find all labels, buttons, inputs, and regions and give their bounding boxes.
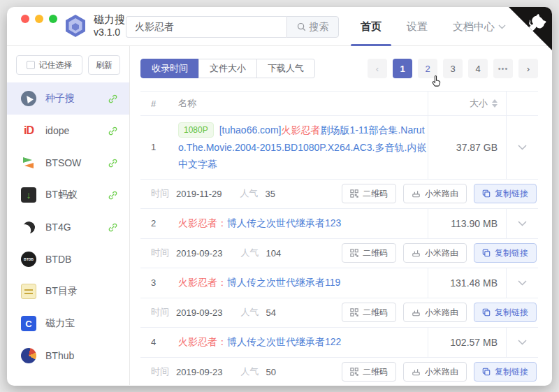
col-index-header: # [140, 92, 171, 115]
engine-name: 种子搜 [45, 92, 75, 105]
result-title-link[interactable]: 火影忍者：博人传之次世代继承者122 [171, 328, 428, 356]
expand-row-button[interactable] [506, 209, 538, 238]
remember-selection-button[interactable]: 记住选择 [16, 55, 82, 75]
quality-badge: 1080P [178, 122, 214, 138]
col-name-header: 名称 [171, 92, 428, 115]
result-meta-row: 时间 2019-11-29 人气 35 二维码 小米路由 复制链接 [140, 180, 538, 209]
sidebar-item-bt4g[interactable]: BT4G [7, 211, 129, 243]
sidebar-item-cilibao[interactable]: C 磁力宝 [7, 307, 129, 340]
title-segment-highlight[interactable]: 火影忍者 [281, 124, 320, 136]
qrcode-icon [350, 368, 358, 376]
result-title-row: 2 火影忍者：博人传之次世代继承者123 113.90 MB [140, 209, 538, 239]
app-logo-icon [63, 13, 88, 38]
engine-name: BTSOW [45, 157, 81, 168]
popularity-value: 104 [266, 248, 282, 259]
more-pages-button[interactable]: ••• [493, 59, 513, 78]
table-header: # 名称 大小 [140, 91, 538, 116]
qrcode-button[interactable]: 二维码 [342, 303, 396, 322]
page-label: 4 [475, 64, 480, 74]
router-button[interactable]: 小米路由 [403, 362, 467, 382]
close-window-button[interactable] [21, 15, 29, 23]
qrcode-button[interactable]: 二维码 [342, 362, 396, 382]
remember-checkbox[interactable] [27, 61, 35, 69]
pagination-page-1[interactable]: 1 [393, 59, 412, 78]
sort-tab-popularity[interactable]: 下载人气 [256, 59, 315, 78]
popularity-label: 人气 [241, 365, 259, 378]
search-button-label: 搜索 [310, 21, 329, 34]
zoom-window-button[interactable] [49, 15, 57, 23]
router-button[interactable]: 小米路由 [403, 303, 467, 322]
result-title-link[interactable]: 1080P[tuhao66.com]火影忍者剧场版1-11部合集.Naruto.… [171, 116, 428, 179]
qrcode-icon [350, 189, 358, 198]
sort-caret-icon[interactable] [492, 99, 498, 108]
result-title-link[interactable]: 火影忍者：博人传之次世代继承者123 [171, 209, 428, 238]
router-button[interactable]: 小米路由 [403, 184, 467, 203]
title-segment-highlight[interactable]: 火影忍者： [178, 217, 227, 228]
title-segment[interactable]: 博人传之次世代继承者122 [227, 336, 341, 347]
engine-name: BT4G [45, 222, 71, 233]
result-title-row: 4 火影忍者：博人传之次世代继承者122 102.57 MB [140, 328, 538, 358]
sidebar-item-btdir[interactable]: BT目录 [7, 275, 129, 307]
copy-link-button[interactable]: 复制链接 [474, 362, 537, 382]
nav-home-label: 首页 [361, 20, 382, 34]
router-icon [412, 368, 421, 376]
table-body: 1 1080P[tuhao66.com]火影忍者剧场版1-11部合集.Narut… [140, 116, 538, 385]
zzs-logo-icon [21, 91, 36, 106]
title-segment[interactable]: [tuhao66.com] [219, 124, 282, 136]
title-segment[interactable]: 博人传之次世代继承者119 [227, 277, 340, 288]
title-segment-highlight[interactable]: 火影忍者： [178, 277, 227, 288]
title-segment[interactable]: 博人传之次世代继承者123 [227, 217, 341, 228]
copy-link-button[interactable]: 复制链接 [474, 184, 537, 203]
link-status-icon [108, 222, 118, 233]
result-title-link[interactable]: 火影忍者：博人传之次世代继承者119 [171, 268, 428, 297]
qrcode-button[interactable]: 二维码 [342, 243, 396, 263]
sidebar-item-bthub[interactable]: BThub [7, 340, 129, 372]
nav-docs[interactable]: 文档中心 [453, 7, 506, 46]
nav-settings[interactable]: 设置 [407, 7, 428, 46]
cilibao-logo-icon: C [21, 316, 36, 331]
nav-home[interactable]: 首页 [361, 7, 382, 46]
expand-row-button[interactable] [506, 328, 538, 357]
bthub-logo-icon [21, 348, 36, 363]
search-button[interactable]: 搜索 [286, 16, 339, 38]
engine-name: BTDB [45, 254, 71, 265]
app-window: 磁力搜 v3.1.0 搜索 首页 设置 文档中心 [7, 7, 552, 386]
sidebar-item-btdb[interactable]: BTDB BTDB [7, 243, 129, 275]
minimize-window-button[interactable] [35, 15, 43, 23]
copy-link-button[interactable]: 复制链接 [474, 243, 537, 263]
sort-tab-time[interactable]: 收录时间 [140, 59, 199, 78]
next-page-button[interactable]: › [518, 59, 538, 78]
engine-name: BThub [45, 350, 74, 361]
sidebar-item-zzs[interactable]: 种子搜 [7, 82, 129, 115]
search-input[interactable] [126, 16, 286, 38]
prev-page-button[interactable]: ‹ [368, 59, 387, 78]
expand-row-button[interactable] [506, 268, 538, 298]
router-button[interactable]: 小米路由 [403, 243, 467, 263]
chevron-down-icon [518, 221, 527, 226]
copy-link-button[interactable]: 复制链接 [474, 303, 537, 322]
col-expand-header [506, 92, 538, 115]
pagination-page-4[interactable]: 4 [468, 59, 488, 78]
page-label: › [527, 64, 530, 74]
sidebar-item-btant[interactable]: ↓ BT蚂蚁 [7, 179, 129, 211]
result-index: 2 [140, 209, 171, 238]
sidebar-item-idope[interactable]: iD idope [7, 115, 129, 147]
col-size-header[interactable]: 大小 [428, 92, 506, 115]
result-row: 3 火影忍者：博人传之次世代继承者119 131.48 MB 时间 2019-0… [140, 268, 538, 328]
qrcode-button[interactable]: 二维码 [342, 184, 396, 203]
github-corner-icon[interactable] [509, 7, 552, 50]
router-icon [412, 249, 421, 257]
nav-settings-label: 设置 [407, 20, 428, 34]
result-meta-row: 时间 2019-09-23 人气 54 二维码 小米路由 复制链接 [140, 298, 538, 328]
sidebar-item-btsow[interactable]: BTSOW [7, 147, 129, 179]
title-segment-highlight[interactable]: 火影忍者： [178, 336, 227, 347]
btdb-logo-icon: BTDB [21, 252, 36, 267]
router-icon [412, 308, 421, 317]
sort-tab-size[interactable]: 文件大小 [198, 59, 257, 78]
refresh-button[interactable]: 刷新 [88, 55, 120, 75]
time-label: 时间 [151, 365, 169, 378]
pagination-page-3[interactable]: 3 [443, 59, 463, 78]
pagination-page-2[interactable]: 2 [418, 59, 437, 78]
expand-row-button[interactable] [506, 116, 538, 179]
chevron-down-icon [518, 145, 527, 150]
